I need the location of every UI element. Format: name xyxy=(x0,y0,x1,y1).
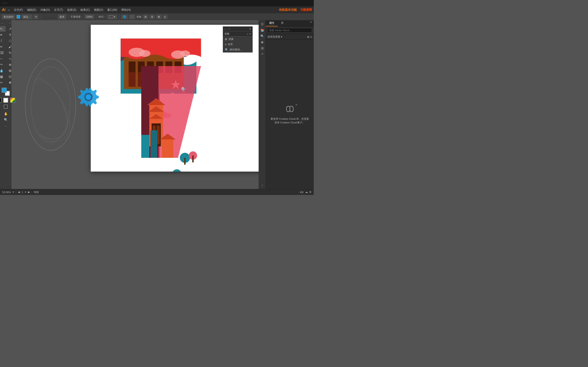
cloud-sync-icon[interactable]: ☁ xyxy=(305,191,308,194)
blend-tool[interactable]: ⊕ xyxy=(6,62,14,67)
list-view-icon[interactable]: ≡ xyxy=(310,35,312,39)
status-sep-2 xyxy=(32,191,32,194)
cc-icon-container: ✕ xyxy=(284,104,296,114)
zoom-cursor-icon: 🔍 xyxy=(181,87,186,92)
separator-3 xyxy=(96,15,96,19)
export-icon[interactable]: ⬏ xyxy=(260,51,265,56)
more-btn[interactable]: ▸ xyxy=(163,15,167,19)
gradient-swatch[interactable] xyxy=(10,98,15,103)
panel-inner-controls: ≡ × xyxy=(247,32,251,35)
pen-tool[interactable]: ✒ xyxy=(0,32,6,38)
library-icon[interactable]: 📚 xyxy=(260,27,265,33)
tool-row-5: ⌫ ↻ xyxy=(0,50,14,56)
panel-inner-close[interactable]: × xyxy=(249,32,251,35)
properties-icon[interactable]: ☰ xyxy=(260,22,265,27)
grid-view-icon[interactable]: ⊞ xyxy=(307,35,309,39)
menu-object[interactable]: 对象(O) xyxy=(39,7,52,13)
search-input[interactable] xyxy=(268,28,312,33)
panel-transform-close[interactable]: × xyxy=(249,27,251,31)
menu-type[interactable]: 文字(T) xyxy=(52,7,65,13)
align-btn[interactable]: ⊟ xyxy=(149,15,155,19)
eyedrop-tool[interactable]: 💧 xyxy=(0,68,6,73)
warp-tool[interactable]: 〜 xyxy=(0,62,6,67)
stroke-dropdown[interactable]: ▾ xyxy=(34,15,38,19)
nav-next-btn[interactable]: ▶ xyxy=(28,191,30,194)
status-sep-1 xyxy=(16,191,16,194)
panel-row-transform[interactable]: ⊞ 变换 xyxy=(223,36,252,42)
selection-tool[interactable]: ↖ xyxy=(0,26,6,32)
opacity-value[interactable]: 100% xyxy=(85,15,94,19)
dots-icon[interactable]: ⁚⁚⁚ xyxy=(129,15,135,19)
svg-point-0 xyxy=(25,59,76,150)
menu-edit[interactable]: 编辑(E) xyxy=(25,7,38,13)
eraser-tool[interactable]: ⌫ xyxy=(0,50,6,56)
panel-inner-header: 变换 ≡ × xyxy=(223,31,252,36)
transform-row-label: 变换 xyxy=(229,37,233,41)
scale-tool[interactable]: ⤡ xyxy=(6,56,14,61)
rect-tool[interactable]: □ xyxy=(6,38,14,44)
menu-window[interactable]: 窗口(W) xyxy=(105,7,119,13)
color-swatches[interactable] xyxy=(2,88,10,96)
zoom-tool[interactable]: 🔍 xyxy=(2,117,10,123)
panel-expand-icon[interactable]: ⋮ xyxy=(260,183,265,188)
cc-close-icon[interactable]: ✕ xyxy=(295,103,297,106)
graph-tool[interactable]: ▦ xyxy=(0,74,6,79)
svg-rect-32 xyxy=(184,158,186,165)
nav-prev-btn[interactable]: ◀ xyxy=(18,191,20,194)
transform-btn[interactable]: ⊞ xyxy=(143,15,148,19)
settings-status-icon[interactable]: ⚙ xyxy=(309,191,311,194)
menu-effect[interactable]: 效果(C) xyxy=(78,7,92,13)
type-tool[interactable]: T xyxy=(6,32,14,38)
panel-transform-expand[interactable]: ↗ xyxy=(228,28,230,30)
panel-row-align[interactable]: ≡ 对齐 xyxy=(223,42,252,47)
more-tools-btn[interactable]: ··· xyxy=(4,124,7,128)
panel-row-pathfind[interactable]: 🔍 路径查找... xyxy=(223,47,252,52)
pencil-tool[interactable]: ✏ xyxy=(0,44,6,50)
zoom-dropdown[interactable]: ▾ xyxy=(13,191,14,194)
panel-inner-menu[interactable]: ≡ xyxy=(247,33,248,35)
svg-rect-7 xyxy=(129,61,136,73)
reflect-tool[interactable]: ↔ xyxy=(0,56,6,61)
layers-icon[interactable]: ▤ xyxy=(260,45,265,50)
stroke-label: 描边： xyxy=(22,15,32,19)
zoom-percent[interactable]: 53.96% xyxy=(2,191,11,194)
panel-transform-minimize[interactable]: — xyxy=(225,28,227,30)
slice-tool[interactable]: ✂ xyxy=(0,80,6,85)
color-area: ⊘ xyxy=(0,88,15,109)
direct-select-tool[interactable]: ↗ xyxy=(6,26,14,32)
brush-tool[interactable]: 🖌 xyxy=(6,44,14,50)
svg-point-2 xyxy=(37,75,64,134)
black-swatch[interactable] xyxy=(0,98,1,103)
panel-menu-btn[interactable]: ≡ xyxy=(308,20,314,26)
hand-tool[interactable]: ✋ xyxy=(2,111,10,117)
symbol-tool[interactable]: ❋ xyxy=(6,80,14,85)
line-tool[interactable]: / xyxy=(0,38,6,44)
stroke-none-icon[interactable]: ⊘ xyxy=(4,105,8,109)
separator-1 xyxy=(40,15,41,19)
page-number-dropdown[interactable]: ▾ xyxy=(25,191,26,194)
white-swatch[interactable] xyxy=(3,98,8,103)
tab-properties[interactable]: 属性 xyxy=(266,20,278,26)
tab-library[interactable]: 库 xyxy=(278,20,287,26)
menu-help[interactable]: 帮助(H) xyxy=(120,7,132,13)
page-number[interactable]: 1 xyxy=(22,191,23,194)
menu-view[interactable]: 视图(V) xyxy=(92,7,105,13)
menu-file[interactable]: 文件(F) xyxy=(12,7,25,13)
panel-collapse[interactable]: — xyxy=(1,22,3,24)
foreground-color[interactable] xyxy=(2,88,7,93)
appearance-icon[interactable]: ◉ xyxy=(260,40,265,44)
globe-icon[interactable]: 🌐 xyxy=(121,15,128,19)
menu-select[interactable]: 选择(S) xyxy=(65,7,78,13)
home-icon[interactable]: ⌂ xyxy=(8,8,10,12)
artboard-tool[interactable]: ⊡ xyxy=(6,74,14,79)
gear-icon xyxy=(77,85,100,113)
style-dropdown[interactable]: ▾ xyxy=(107,15,117,19)
mesh-tool[interactable]: ⊞ xyxy=(6,68,14,73)
filter-dropdown-icon[interactable]: ▾ xyxy=(281,35,282,38)
fill-color-swatch[interactable] xyxy=(17,15,20,19)
pathfinder-btn[interactable]: ⊠ xyxy=(156,15,162,19)
basic-label[interactable]: 基本 xyxy=(58,15,66,19)
rotate-tool[interactable]: ↻ xyxy=(6,50,14,56)
panel-close-btn[interactable]: × xyxy=(9,22,10,24)
search-cloud-icon[interactable]: 🔍 xyxy=(260,33,265,39)
